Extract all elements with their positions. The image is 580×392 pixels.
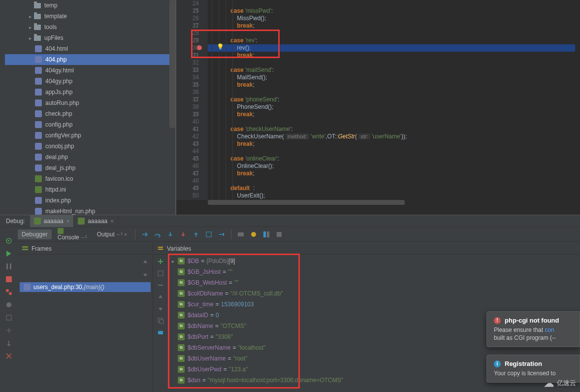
chevron-right-icon[interactable]: ▸ xyxy=(172,259,178,264)
gutter-line[interactable]: 40 xyxy=(176,118,199,126)
variable-row[interactable]: ⧉$GB_WebHost = "" xyxy=(168,277,580,288)
gutter-line[interactable]: 49− xyxy=(176,185,199,192)
code-line[interactable]: case 'checkUserName': xyxy=(208,126,575,133)
rerun-icon[interactable] xyxy=(5,237,13,245)
code-line[interactable]: case 'phoneSend': xyxy=(208,96,575,103)
new-watch-icon[interactable] xyxy=(157,269,164,277)
evaluate-expression-icon[interactable] xyxy=(235,229,246,240)
gutter-line[interactable]: 36 xyxy=(176,89,199,96)
code-line[interactable]: break; xyxy=(208,81,575,89)
code-line[interactable]: PhoneSend(); xyxy=(208,103,575,111)
code-line[interactable]: case 'rev': xyxy=(208,37,575,44)
file-item[interactable]: appJs.php xyxy=(5,87,175,98)
file-item[interactable]: httpd.ini xyxy=(5,184,175,195)
fold-icon[interactable]: − xyxy=(194,38,198,42)
file-item[interactable]: configVer.php xyxy=(5,130,175,141)
file-item[interactable]: autoRun.php xyxy=(5,98,175,108)
nav-up-icon[interactable] xyxy=(157,293,164,301)
code-line[interactable]: break; xyxy=(208,22,575,30)
nav-down-icon[interactable] xyxy=(157,305,164,313)
gutter-line[interactable]: 39− xyxy=(176,111,199,118)
debugger-tab[interactable]: Debugger xyxy=(18,229,52,239)
code-line[interactable]: break; xyxy=(208,170,575,177)
code-line[interactable]: CheckUserName( method: 'write',OT::GetSt… xyxy=(208,133,575,140)
add-watch-icon[interactable] xyxy=(157,258,164,265)
gutter-line[interactable]: 34 xyxy=(176,74,199,81)
show-execution-point-icon[interactable] xyxy=(139,229,150,240)
fold-icon[interactable]: − xyxy=(194,98,198,101)
resume-icon[interactable] xyxy=(5,250,13,258)
code-editor[interactable]: 2425−2627−2829−3031−3233−3435−3637−3839−… xyxy=(176,0,580,215)
fold-icon[interactable]: − xyxy=(194,157,198,161)
code-line[interactable]: case 'missPwd': xyxy=(208,7,575,15)
gutter-line[interactable]: 50 xyxy=(176,192,199,199)
gutter-line[interactable]: 25− xyxy=(176,7,199,15)
fold-icon[interactable]: − xyxy=(194,9,198,13)
gutter-line[interactable]: 43− xyxy=(176,140,199,148)
variable-row[interactable]: ▸⧉$DB = {PdoDb} [9] xyxy=(168,256,580,266)
gutter-line[interactable]: 30 xyxy=(176,44,199,52)
close-icon[interactable]: × xyxy=(110,218,113,224)
code-line[interactable] xyxy=(208,59,575,66)
intention-bulb-icon[interactable]: 💡 xyxy=(217,43,224,51)
code-area[interactable]: case 'missPwd': MissPwd(); break;case 'r… xyxy=(208,0,575,200)
code-line[interactable]: break; xyxy=(208,140,575,148)
breakpoint-icon[interactable] xyxy=(197,45,202,50)
gutter-line[interactable]: 27− xyxy=(176,22,199,30)
settings-icon[interactable] xyxy=(274,229,285,240)
file-item[interactable]: makeHtml_run.php xyxy=(5,206,175,215)
file-item[interactable]: 404gy.php xyxy=(5,76,175,87)
layout-icon[interactable] xyxy=(261,229,272,240)
code-line[interactable]: MissPwd(); xyxy=(208,15,575,22)
trace-icon[interactable] xyxy=(248,229,259,240)
file-item[interactable]: deal.php xyxy=(5,152,175,163)
file-item[interactable]: favicon.ico xyxy=(5,173,175,184)
gutter-line[interactable]: 46 xyxy=(176,163,199,170)
error-notification[interactable]: !php-cgi not found Please ensure that co… xyxy=(486,311,580,347)
code-line[interactable]: break; xyxy=(208,52,575,59)
copy-icon[interactable] xyxy=(157,317,164,325)
close-panel-icon[interactable] xyxy=(5,352,13,360)
gutter-line[interactable]: 29− xyxy=(176,37,199,44)
gutter-line[interactable]: 38 xyxy=(176,103,199,111)
code-line[interactable] xyxy=(208,0,575,7)
fold-icon[interactable]: − xyxy=(194,68,198,72)
code-line[interactable]: UserExit(); xyxy=(208,192,575,199)
variable-row[interactable]: ⧉$cur_time = 1536909103 xyxy=(168,299,580,310)
code-line[interactable] xyxy=(208,177,575,185)
force-step-into-icon[interactable] xyxy=(178,229,189,240)
frame-up-icon[interactable] xyxy=(140,257,151,267)
close-icon[interactable]: × xyxy=(66,218,69,224)
folder-item[interactable]: ▸tools xyxy=(5,22,175,33)
gutter-line[interactable]: 32 xyxy=(176,59,199,66)
run-to-cursor-icon[interactable] xyxy=(216,229,227,240)
code-line[interactable]: case 'mailSend': xyxy=(208,66,575,74)
folder-item[interactable]: temp xyxy=(5,0,175,11)
configure-link[interactable]: con xyxy=(545,327,554,333)
gutter-line[interactable]: 44 xyxy=(176,148,199,155)
debug-tab-2[interactable]: aaaaaa × xyxy=(74,215,118,227)
show-watches-icon[interactable] xyxy=(157,328,164,336)
tree-scrollbar[interactable] xyxy=(169,0,175,128)
file-item[interactable]: index.php xyxy=(5,195,175,206)
code-line[interactable]: case 'onlineClear': xyxy=(208,155,575,163)
fold-icon[interactable]: − xyxy=(194,186,198,190)
code-line[interactable] xyxy=(208,148,575,155)
code-line[interactable]: default : xyxy=(208,185,575,192)
gutter-line[interactable]: 42 xyxy=(176,133,199,140)
fold-icon[interactable]: − xyxy=(194,83,198,87)
console-tab[interactable]: Console →¹ xyxy=(54,227,91,242)
file-tree[interactable]: temp▸template▸tools▸upFiles404.html404.p… xyxy=(5,0,175,215)
file-item[interactable]: 404.html xyxy=(5,43,175,54)
fold-icon[interactable]: − xyxy=(194,127,198,131)
gutter-line[interactable]: 45− xyxy=(176,155,199,163)
fold-icon[interactable]: − xyxy=(194,24,198,28)
folder-item[interactable]: ▸upFiles xyxy=(5,33,175,43)
stop-icon[interactable] xyxy=(5,275,13,283)
file-item[interactable]: deal_js.php xyxy=(5,163,175,173)
frame-down-icon[interactable] xyxy=(140,269,151,280)
editor-scrollbar[interactable] xyxy=(208,200,405,205)
fold-icon[interactable]: − xyxy=(194,53,198,57)
code-line[interactable] xyxy=(208,118,575,126)
gutter-line[interactable]: 31− xyxy=(176,52,199,59)
